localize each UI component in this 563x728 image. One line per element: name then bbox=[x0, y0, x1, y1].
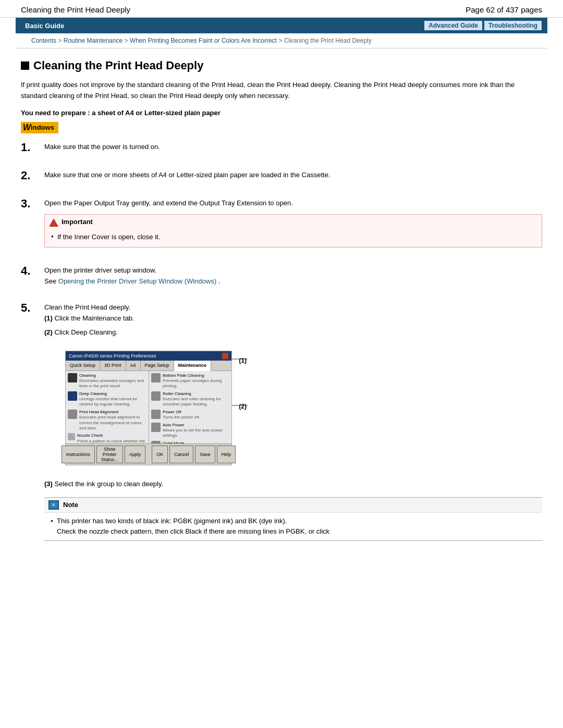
title-square-icon bbox=[21, 61, 29, 70]
basic-guide-label: Basic Guide bbox=[21, 21, 68, 31]
tab-3d: 3D Print bbox=[100, 361, 126, 370]
step-2-number: 2. bbox=[21, 169, 44, 182]
tab-page-setup: Page Setup bbox=[141, 361, 174, 370]
nav-bar-links: Advanced Guide Troubleshooting bbox=[424, 20, 542, 31]
step-3-content: Open the Paper Output Tray gently, and e… bbox=[44, 197, 542, 249]
step-4-content: Open the printer driver setup window. Se… bbox=[44, 264, 542, 287]
ss-item-roller: Roller CleaningExecutes anti roller clea… bbox=[151, 391, 229, 408]
tab-maintenance: Maintenance bbox=[174, 361, 212, 371]
nozzle-icon bbox=[68, 433, 75, 440]
note-box: Note This printer has two kinds of black… bbox=[44, 497, 542, 541]
sub-step-1-text: Click the Maintenance tab. bbox=[55, 314, 134, 322]
intro-paragraph: If print quality does not improve by the… bbox=[21, 80, 542, 102]
screenshot-titlebar: Canon iP4500 series Printing Preferences bbox=[66, 351, 231, 361]
article-title-block: Cleaning the Print Head Deeply bbox=[21, 59, 542, 72]
callout-2: (2) bbox=[239, 402, 247, 412]
sub-step-3-text: Select the ink group to clean deeply. bbox=[55, 480, 164, 488]
sub-step-2-num: (2) bbox=[44, 328, 53, 336]
step-5: 5. Clean the Print Head deeply. (1) Clic… bbox=[21, 301, 542, 541]
tab-a4: A4 bbox=[126, 361, 141, 370]
ss-btn-apply[interactable]: Apply bbox=[125, 446, 146, 463]
driver-setup-link[interactable]: Opening the Printer Driver Setup Window … bbox=[58, 277, 216, 285]
step-4: 4. Open the printer driver setup window.… bbox=[21, 264, 542, 287]
sub-step-3-num: (3) bbox=[44, 480, 53, 488]
breadcrumb-current: Cleaning the Print Head Deeply bbox=[284, 37, 372, 44]
troubleshooting-link[interactable]: Troubleshooting bbox=[484, 20, 542, 31]
cleaning-icon bbox=[68, 373, 77, 382]
screenshot-image: Canon iP4500 series Printing Preferences… bbox=[65, 351, 232, 465]
windows-text: indows bbox=[31, 124, 54, 131]
step-3-number: 3. bbox=[21, 197, 44, 211]
sub-step-2-text: Click Deep Cleaning. bbox=[55, 328, 118, 336]
ss-item-cleaning: CleaningEliminates unwanted smudges and … bbox=[68, 373, 146, 389]
step-1-number: 1. bbox=[21, 141, 44, 154]
screenshot-body: CleaningEliminates unwanted smudges and … bbox=[66, 371, 231, 443]
note-text: This printer has two kinds of black ink:… bbox=[51, 516, 536, 536]
auto-power-icon bbox=[151, 423, 161, 432]
ss-btn-ok[interactable]: OK bbox=[152, 446, 168, 463]
ss-item-bottom-plate: Bottom Plate CleaningPrevents paper smud… bbox=[151, 373, 229, 389]
note-label: Note bbox=[63, 500, 78, 511]
nav-bar: Basic Guide Advanced Guide Troubleshooti… bbox=[16, 18, 547, 33]
screenshot-footer: Instructions Show Printer Status... Appl… bbox=[66, 443, 231, 465]
close-icon bbox=[222, 353, 228, 359]
roller-icon bbox=[151, 391, 161, 401]
step-3: 3. Open the Paper Output Tray gently, an… bbox=[21, 197, 542, 249]
ss-item-deep-cleaning: Deep CleaningUnclogs nozzles that cannot… bbox=[68, 391, 146, 408]
windows-w: W bbox=[23, 123, 31, 132]
ss-btn-help[interactable]: Help bbox=[217, 446, 236, 463]
important-box: Important If the Inner Cover is open, cl… bbox=[44, 214, 542, 248]
important-triangle-icon bbox=[49, 218, 58, 227]
page-header: Cleaning the Print Head Deeply Page 62 o… bbox=[0, 0, 563, 18]
ss-btn-cancel[interactable]: Cancel bbox=[169, 446, 193, 463]
advanced-guide-link[interactable]: Advanced Guide bbox=[424, 20, 483, 31]
sub-step-3: (3) Select the ink group to clean deeply… bbox=[44, 479, 542, 490]
step-5-content: Clean the Print Head deeply. (1) Click t… bbox=[44, 301, 542, 541]
ss-btn-save[interactable]: Save bbox=[195, 446, 215, 463]
bottom-plate-icon bbox=[151, 373, 161, 382]
ss-btn-instructions[interactable]: Instructions bbox=[62, 446, 95, 463]
page-count: Page 62 of 437 pages bbox=[466, 5, 542, 14]
ss-item-auto-power: Auto PowerAllows you to set the auto pow… bbox=[151, 423, 229, 439]
callout-1: (1) bbox=[239, 356, 247, 366]
breadcrumb: Contents > Routine Maintenance > When Pr… bbox=[16, 33, 547, 48]
breadcrumb-when-printing[interactable]: When Printing Becomes Faint or Colors Ar… bbox=[130, 37, 277, 44]
doc-title: Cleaning the Print Head Deeply bbox=[21, 5, 130, 14]
note-header: Note bbox=[44, 498, 542, 513]
sub-step-1: (1) Click the Maintenance tab. bbox=[44, 313, 542, 324]
step-2-content: Make sure that one or more sheets of A4 … bbox=[44, 169, 542, 181]
important-item: If the Inner Cover is open, close it. bbox=[51, 232, 535, 243]
sub-step-1-num: (1) bbox=[44, 314, 53, 322]
important-label: Important bbox=[62, 217, 93, 228]
see-text: See bbox=[44, 277, 56, 285]
step-2: 2. Make sure that one or more sheets of … bbox=[21, 169, 542, 182]
article-title-text: Cleaning the Print Head Deeply bbox=[33, 59, 203, 72]
windows-badge: Windows bbox=[21, 122, 58, 133]
deep-cleaning-icon bbox=[68, 391, 77, 401]
prepare-note: You need to prepare : a sheet of A4 or L… bbox=[21, 109, 542, 117]
screenshot-tabs: Quick Setup 3D Print A4 Page Setup Maint… bbox=[66, 361, 231, 371]
breadcrumb-routine[interactable]: Routine Maintenance bbox=[64, 37, 123, 44]
screenshot-right-col: Bottom Plate CleaningPrevents paper smud… bbox=[149, 371, 231, 443]
step-5-number: 5. bbox=[21, 301, 44, 315]
ss-btn-printer-status[interactable]: Show Printer Status... bbox=[96, 446, 123, 463]
note-body: This printer has two kinds of black ink:… bbox=[44, 513, 542, 540]
ss-item-power-off: Power OffTurns the printer off. bbox=[151, 410, 229, 421]
important-body: If the Inner Cover is open, close it. bbox=[45, 230, 542, 247]
important-header: Important bbox=[45, 215, 542, 230]
screenshot-title: Canon iP4500 series Printing Preferences bbox=[69, 352, 156, 360]
power-off-icon bbox=[151, 410, 161, 419]
step-1: 1. Make sure that the power is turned on… bbox=[21, 141, 542, 154]
screenshot-wrapper: Canon iP4500 series Printing Preferences… bbox=[55, 346, 232, 471]
breadcrumb-contents[interactable]: Contents bbox=[31, 37, 56, 44]
note-icon bbox=[48, 500, 59, 510]
step-4-number: 4. bbox=[21, 264, 44, 278]
ss-item-nozzle: Nozzle CheckPrints a pattern to check wh… bbox=[68, 433, 146, 443]
tab-quick-setup: Quick Setup bbox=[66, 361, 100, 370]
ss-item-alignment: Print Head AlignmentExecutes print head … bbox=[68, 410, 146, 431]
step-1-content: Make sure that the power is turned on. bbox=[44, 141, 542, 153]
screenshot-left-col: CleaningEliminates unwanted smudges and … bbox=[66, 371, 149, 443]
main-content: Cleaning the Print Head Deeply If print … bbox=[0, 48, 563, 576]
alignment-icon bbox=[68, 410, 77, 419]
sub-step-2: (2) Click Deep Cleaning. bbox=[44, 327, 542, 338]
